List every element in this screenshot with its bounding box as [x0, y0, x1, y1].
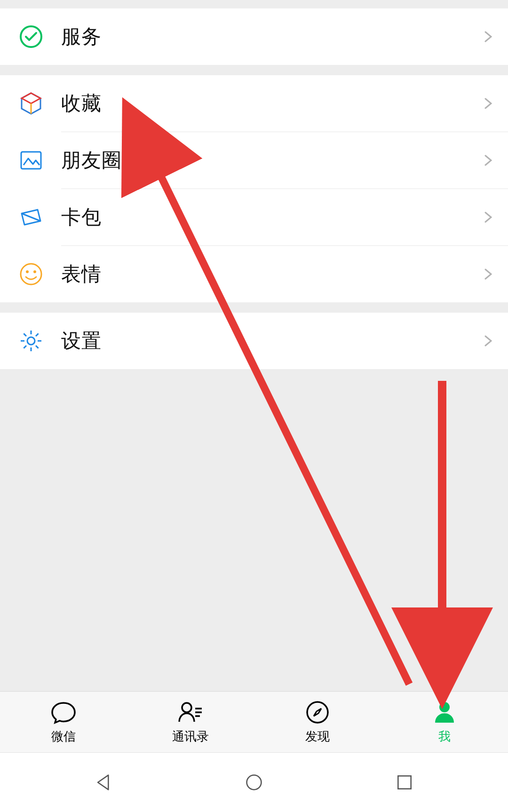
chevron-right-icon	[483, 335, 494, 347]
svg-rect-1	[21, 152, 41, 169]
svg-point-5	[27, 337, 35, 345]
stickers-icon	[19, 262, 43, 286]
chat-bubble-icon	[50, 699, 77, 725]
tab-discover[interactable]: 发现	[254, 692, 381, 752]
compass-icon	[304, 699, 331, 725]
item-cards[interactable]: 卡包	[0, 189, 508, 245]
tab-label: 我	[438, 728, 451, 745]
svg-point-12	[247, 775, 262, 790]
tabbar: 微信 通讯录 发现 我	[0, 691, 508, 752]
item-label: 表情	[61, 261, 483, 287]
tab-me[interactable]: 我	[381, 692, 508, 752]
item-label: 收藏	[61, 90, 483, 117]
tab-chats[interactable]: 微信	[0, 692, 127, 752]
item-services[interactable]: 服务	[0, 8, 508, 65]
chevron-right-icon	[483, 155, 494, 166]
item-favorites[interactable]: 收藏	[0, 75, 508, 132]
chevron-right-icon	[483, 212, 494, 223]
svg-rect-13	[398, 776, 411, 788]
item-label: 服务	[61, 24, 483, 50]
services-icon	[19, 24, 43, 49]
svg-point-2	[21, 264, 41, 284]
moments-icon	[19, 148, 43, 173]
nav-home[interactable]	[241, 769, 267, 796]
nav-back[interactable]	[90, 769, 117, 796]
svg-point-0	[21, 26, 41, 47]
settings-icon	[19, 329, 43, 353]
svg-point-6	[182, 703, 191, 712]
nav-recent[interactable]	[391, 769, 418, 796]
svg-point-4	[33, 270, 36, 273]
contacts-icon	[177, 699, 204, 725]
favorites-icon	[19, 91, 43, 116]
tab-label: 微信	[51, 728, 76, 745]
cards-icon	[19, 205, 43, 229]
item-label: 设置	[61, 328, 483, 354]
tab-label: 发现	[305, 728, 330, 745]
svg-point-10	[307, 702, 328, 723]
chevron-right-icon	[483, 31, 494, 42]
section-settings: 设置	[0, 313, 508, 369]
item-settings[interactable]: 设置	[0, 313, 508, 369]
chevron-right-icon	[483, 98, 494, 109]
section-services: 服务	[0, 8, 508, 65]
person-icon	[431, 699, 458, 725]
android-navbar	[0, 752, 508, 812]
svg-point-11	[439, 702, 450, 712]
item-label: 卡包	[61, 204, 483, 230]
svg-point-3	[26, 270, 29, 273]
section-collection: 收藏 朋友圈 卡包	[0, 75, 508, 302]
tab-contacts[interactable]: 通讯录	[127, 692, 254, 752]
item-moments[interactable]: 朋友圈	[0, 132, 508, 189]
item-label: 朋友圈	[61, 147, 483, 173]
item-stickers[interactable]: 表情	[0, 246, 508, 302]
chevron-right-icon	[483, 268, 494, 280]
tab-label: 通讯录	[172, 728, 209, 745]
